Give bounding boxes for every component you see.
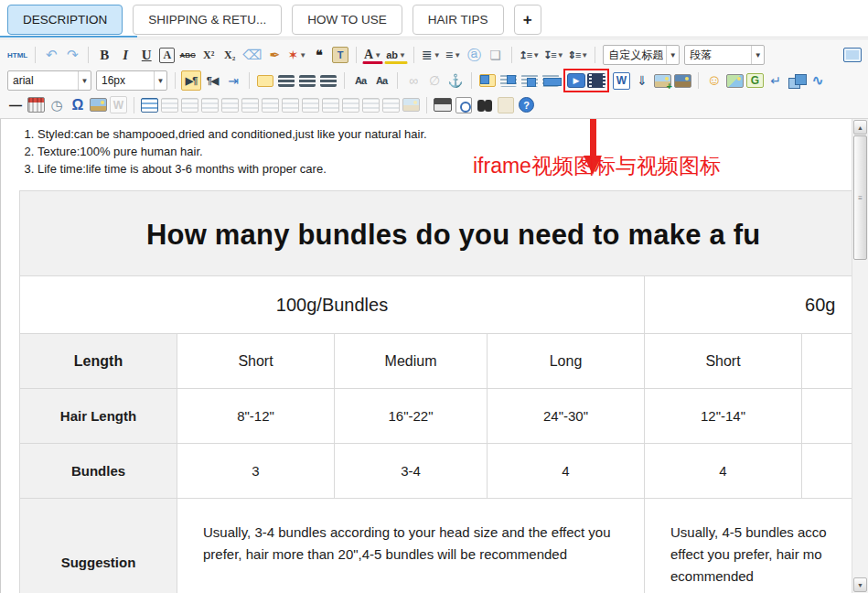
align-left-icon[interactable] [257, 75, 273, 87]
map-icon[interactable] [726, 74, 744, 88]
line-height-icon-dropdown-arrow[interactable]: ▼ [581, 51, 587, 59]
scroll-down-button[interactable]: ▼ [853, 577, 867, 592]
strikethrough-icon[interactable]: ABC [177, 45, 198, 65]
align-center-icon[interactable] [278, 75, 295, 87]
ordered-list-icon-dropdown-arrow[interactable]: ▼ [434, 51, 441, 59]
html-source-icon[interactable]: HTML [5, 45, 29, 65]
add-tab-button[interactable]: + [514, 5, 541, 35]
to-uppercase-icon[interactable]: Aa [350, 70, 370, 91]
blockquote-icon[interactable]: ❝ [309, 45, 329, 65]
vertical-scrollbar[interactable]: ▲ ≡ ▼ [852, 119, 868, 593]
preview-icon[interactable] [455, 97, 472, 113]
horizontal-rule-icon[interactable]: — [5, 95, 26, 115]
heading-style-select[interactable]: 自定义标题▼ [603, 45, 680, 65]
rtl-paragraph-icon[interactable]: ¶◀ [202, 70, 222, 91]
emoticon-icon[interactable]: ☺ [704, 70, 724, 91]
remote-image-icon[interactable]: ∿ [808, 70, 828, 91]
paragraph-space-bottom-icon-dropdown-arrow[interactable]: ▼ [557, 51, 563, 59]
tab-description[interactable]: DESCRIPTION [7, 5, 123, 35]
underline-icon[interactable]: U [136, 45, 156, 65]
unordered-list-icon[interactable]: ≡▼ [444, 45, 464, 65]
table-prop-icon[interactable] [181, 98, 198, 113]
bold-icon[interactable]: B [94, 45, 114, 65]
unordered-list-icon-dropdown-arrow[interactable]: ▼ [454, 51, 461, 59]
heading-style-select-arrow-icon[interactable]: ▼ [666, 46, 679, 64]
to-lowercase-icon[interactable]: Aa [371, 70, 391, 91]
font-size-select-arrow-icon[interactable]: ▼ [154, 71, 166, 90]
tab-shipping-returns[interactable]: SHIPPING & RETU... [133, 5, 282, 35]
font-family-select-arrow-icon[interactable]: ▼ [78, 71, 91, 90]
tab-hair-tips[interactable]: HAIR TIPS [413, 5, 504, 35]
img-align-inline-icon[interactable] [521, 74, 538, 87]
circled-a-icon[interactable]: ⓐ [465, 45, 485, 65]
split-col-icon[interactable] [362, 98, 380, 113]
print-icon[interactable] [434, 98, 452, 112]
word-import-icon[interactable]: W [613, 72, 630, 90]
word-paste-icon[interactable]: W [110, 96, 127, 113]
paragraph-space-top-icon[interactable]: ↥≡▼ [518, 45, 541, 65]
help-icon[interactable]: ? [519, 97, 534, 113]
img-align-right-icon[interactable] [500, 74, 517, 87]
editor-content[interactable]: Styled:can be shampooed,dried and condit… [1, 119, 852, 593]
table-struct-icon[interactable] [382, 98, 400, 113]
font-color-icon[interactable]: A▼ [362, 48, 383, 64]
insert-col-right-icon[interactable] [262, 98, 279, 113]
scroll-up-button[interactable]: ▲ [853, 120, 867, 135]
delete-col-icon[interactable] [302, 98, 319, 113]
image-disabled-icon[interactable] [402, 98, 420, 112]
image-upload-icon[interactable] [654, 74, 671, 88]
ltr-paragraph-icon[interactable]: ▶¶ [181, 70, 201, 91]
insert-col-left-icon[interactable] [241, 98, 259, 113]
insert-row-above-icon[interactable] [221, 98, 239, 113]
font-size-select[interactable]: 16px▼ [96, 70, 167, 91]
calendar-icon[interactable] [27, 97, 45, 113]
paste-icon[interactable] [498, 97, 514, 113]
video-icon[interactable] [587, 73, 605, 88]
subscript-icon[interactable]: X₂ [220, 45, 240, 65]
img-align-block-icon[interactable] [542, 74, 559, 87]
tab-how-to-use[interactable]: HOW TO USE [292, 5, 402, 35]
paragraph-select-arrow-icon[interactable]: ▼ [751, 46, 764, 64]
highlight-color-icon-dropdown-arrow[interactable]: ▼ [399, 51, 406, 59]
paragraph-space-bottom-icon[interactable]: ↧≡▼ [541, 45, 565, 65]
image-manager-icon[interactable] [674, 74, 691, 88]
align-justify-icon[interactable] [320, 75, 337, 87]
redo-icon[interactable]: ↷ [62, 45, 82, 65]
insert-table-icon[interactable] [141, 98, 158, 113]
italic-icon[interactable]: I [115, 45, 135, 65]
line-height-icon[interactable]: ⇕≡▼ [566, 45, 590, 65]
anchor-icon[interactable]: ⚓ [445, 70, 466, 91]
img-align-left-icon[interactable] [479, 74, 496, 87]
eraser-icon[interactable]: ⌫ [241, 45, 263, 65]
format-brush-icon[interactable]: ✒ [264, 45, 284, 65]
merge-cell-icon[interactable] [322, 98, 339, 113]
multi-image-icon[interactable] [788, 73, 806, 88]
align-right-icon[interactable] [299, 75, 316, 87]
fullscreen-icon[interactable] [843, 48, 862, 62]
indent-icon[interactable]: ⇥ [223, 70, 243, 91]
unlink-icon[interactable]: ∅ [424, 70, 445, 91]
iframe-video-icon[interactable]: ▶ [567, 73, 585, 88]
autoformat-icon-dropdown-arrow[interactable]: ▼ [299, 51, 306, 59]
new-page-icon[interactable]: ❏ [486, 45, 506, 65]
undo-icon[interactable]: ↶ [41, 45, 61, 65]
autoformat-icon[interactable]: ✶▼ [285, 45, 308, 65]
page-break-icon[interactable]: ↵ [766, 70, 786, 91]
clock-icon[interactable]: ◷ [47, 95, 67, 115]
find-replace-icon[interactable] [476, 99, 494, 112]
delete-row-icon[interactable] [282, 98, 299, 113]
ordered-list-icon[interactable]: ≣▼ [420, 45, 443, 65]
paragraph-select[interactable]: 段落▼ [684, 45, 765, 65]
delete-table-icon[interactable] [161, 98, 178, 113]
superscript-icon[interactable]: X² [198, 45, 219, 65]
font-family-select[interactable]: arial▼ [7, 70, 91, 91]
highlight-color-icon[interactable]: ab▼ [384, 48, 408, 64]
scrollbar-thumb[interactable]: ≡ [853, 135, 867, 260]
cell-prop-icon[interactable] [201, 98, 219, 113]
image-key-icon[interactable] [90, 98, 107, 112]
google-map-icon[interactable]: G [746, 73, 764, 88]
split-row-icon[interactable] [342, 98, 359, 113]
font-color-icon-dropdown-arrow[interactable]: ▼ [374, 51, 381, 59]
link-icon[interactable]: ∞ [403, 70, 423, 91]
paste-as-text-icon[interactable]: T [332, 47, 348, 63]
